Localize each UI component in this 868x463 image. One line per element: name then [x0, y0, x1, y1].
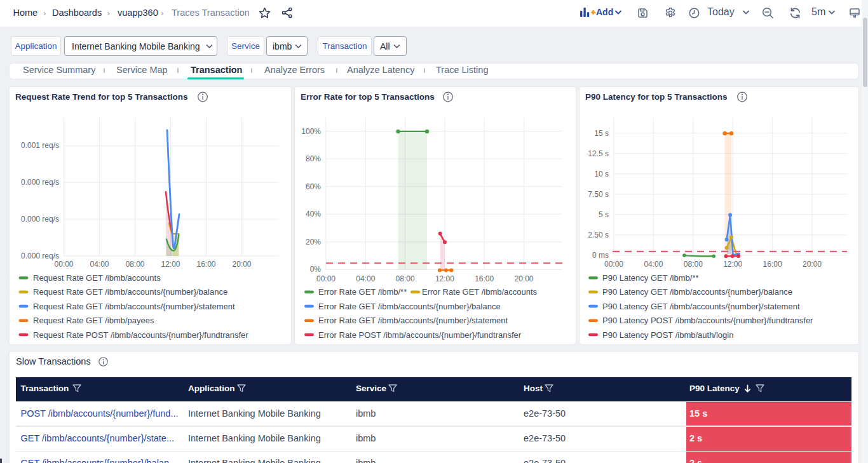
- svg-text:100%: 100%: [301, 127, 321, 136]
- svg-text:04:00: 04:00: [90, 260, 109, 269]
- svg-text:Error Rate GET /ibmb/**: Error Rate GET /ibmb/**: [318, 287, 407, 297]
- svg-text:Error Rate GET /ibmb/accounts: Error Rate GET /ibmb/accounts: [422, 287, 538, 297]
- svg-text:0.000 req/s: 0.000 req/s: [21, 215, 59, 224]
- svg-text:16:00: 16:00: [475, 274, 494, 283]
- svg-text:P90 Latency POST /ibmb/account: P90 Latency POST /ibmb/accounts/{number}…: [602, 316, 813, 325]
- svg-text:0.000 req/s: 0.000 req/s: [21, 178, 59, 187]
- svg-text:80%: 80%: [306, 154, 321, 163]
- svg-text:08:00: 08:00: [684, 260, 703, 269]
- svg-text:Request Rate GET /ibmb/account: Request Rate GET /ibmb/accounts/{number}…: [33, 287, 227, 297]
- svg-text:20%: 20%: [306, 238, 321, 246]
- svg-text:15 s: 15 s: [594, 129, 609, 138]
- svg-text:0%: 0%: [310, 265, 322, 274]
- svg-text:P90 Latency GET /ibmb/**: P90 Latency GET /ibmb/**: [602, 273, 699, 283]
- svg-text:Request Rate GET /ibmb/account: Request Rate GET /ibmb/accounts/{number}…: [33, 302, 235, 311]
- svg-text:Request Rate POST /ibmb/accoun: Request Rate POST /ibmb/accounts/{number…: [33, 330, 248, 340]
- svg-text:0.000 req/s: 0.000 req/s: [21, 252, 59, 260]
- svg-text:Error Rate for top 5 Transacti: Error Rate for top 5 Transactions: [301, 92, 435, 102]
- svg-text:20:00: 20:00: [514, 274, 533, 283]
- svg-text:Error Rate POST /ibmb/accounts: Error Rate POST /ibmb/accounts/{number}/…: [318, 330, 522, 340]
- svg-text:2.50 s: 2.50 s: [588, 231, 609, 239]
- svg-text:Request Rate Trend for top 5 T: Request Rate Trend for top 5 Transaction…: [15, 92, 188, 102]
- svg-text:60%: 60%: [306, 182, 321, 191]
- svg-text:10 s: 10 s: [594, 170, 609, 178]
- svg-text:P90 Latency GET /ibmb/accounts: P90 Latency GET /ibmb/accounts/{number}/…: [602, 302, 800, 311]
- svg-text:P90 Latency POST /ibmb/auth/lo: P90 Latency POST /ibmb/auth/login: [602, 330, 733, 340]
- svg-text:Request Rate GET /ibmb/account: Request Rate GET /ibmb/accounts: [33, 273, 161, 283]
- svg-text:Request Rate GET /ibmb/payees: Request Rate GET /ibmb/payees: [33, 316, 154, 325]
- svg-text:00:00: 00:00: [604, 260, 623, 269]
- svg-text:12:00: 12:00: [723, 260, 742, 269]
- svg-text:00:00: 00:00: [54, 260, 73, 269]
- svg-text:00:00: 00:00: [316, 274, 336, 283]
- svg-text:Error Rate GET /ibmb/accounts/: Error Rate GET /ibmb/accounts/{number}/b…: [318, 302, 501, 311]
- svg-text:7.50 s: 7.50 s: [588, 190, 609, 199]
- svg-text:0.001 req/s: 0.001 req/s: [21, 141, 59, 150]
- svg-text:16:00: 16:00: [763, 260, 782, 269]
- svg-text:5 s: 5 s: [599, 210, 609, 219]
- svg-text:16:00: 16:00: [196, 260, 215, 269]
- svg-text:12:00: 12:00: [161, 260, 180, 269]
- svg-text:08:00: 08:00: [125, 260, 144, 269]
- svg-text:20:00: 20:00: [803, 260, 822, 269]
- svg-text:P90 Latency GET /ibmb/accounts: P90 Latency GET /ibmb/accounts/{number}/…: [602, 287, 792, 297]
- svg-text:12:00: 12:00: [435, 274, 454, 283]
- svg-text:P90 Latency for top 5 Transact: P90 Latency for top 5 Transactions: [585, 92, 728, 102]
- svg-text:04:00: 04:00: [644, 260, 663, 269]
- svg-text:0 ms: 0 ms: [592, 251, 609, 260]
- svg-text:40%: 40%: [306, 210, 321, 218]
- svg-text:04:00: 04:00: [356, 274, 375, 283]
- svg-text:12.5 s: 12.5 s: [588, 149, 609, 158]
- svg-text:Error Rate GET /ibmb/accounts/: Error Rate GET /ibmb/accounts/{number}/s…: [318, 316, 508, 325]
- svg-text:08:00: 08:00: [396, 274, 415, 283]
- svg-text:20:00: 20:00: [232, 260, 251, 269]
